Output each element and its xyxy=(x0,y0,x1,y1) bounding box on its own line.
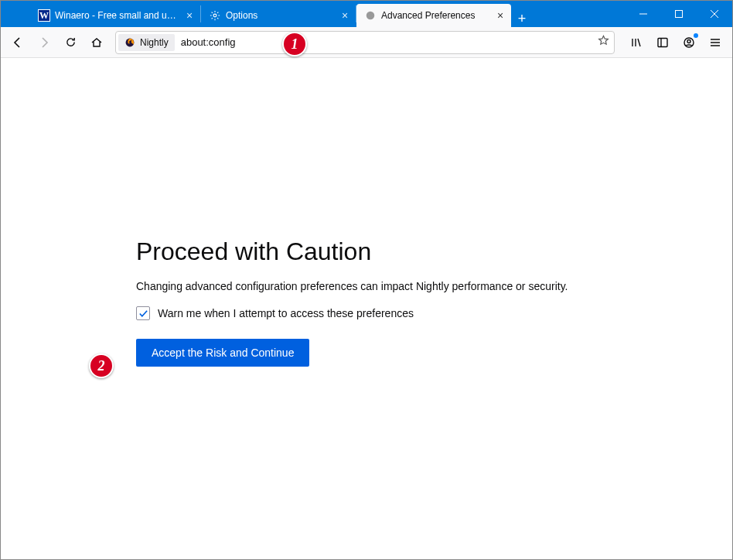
titlebar: W Winaero - Free small and usef… × Optio… xyxy=(1,1,732,27)
tab-label: Advanced Preferences xyxy=(381,10,489,21)
tab-label: Winaero - Free small and usef… xyxy=(55,10,179,21)
notification-dot-icon xyxy=(694,33,698,38)
back-button[interactable] xyxy=(5,30,30,55)
checkmark-icon xyxy=(138,309,148,319)
svg-point-6 xyxy=(687,39,690,43)
tab-winaero[interactable]: W Winaero - Free small and usef… × xyxy=(30,4,200,27)
about-config-warning: Proceed with Caution Changing advanced c… xyxy=(136,237,615,367)
accept-risk-button[interactable]: Accept the Risk and Continue xyxy=(136,339,309,367)
url-bar[interactable]: Nightly about:config xyxy=(115,31,615,54)
toolbar-right xyxy=(621,30,728,55)
winaero-favicon: W xyxy=(38,9,50,22)
firefox-brand-icon xyxy=(124,37,135,48)
close-icon[interactable]: × xyxy=(494,9,506,22)
minimize-button[interactable] xyxy=(626,1,661,27)
close-window-button[interactable] xyxy=(697,1,732,27)
firefox-page-icon xyxy=(364,9,377,22)
identity-label: Nightly xyxy=(140,37,169,48)
library-button[interactable] xyxy=(624,30,649,55)
account-button[interactable] xyxy=(677,30,701,55)
tab-advanced-preferences[interactable]: Advanced Preferences × xyxy=(356,4,511,27)
close-icon[interactable]: × xyxy=(183,9,196,22)
tab-label: Options xyxy=(226,10,334,21)
page-content: Proceed with Caution Changing advanced c… xyxy=(1,58,732,559)
warning-title: Proceed with Caution xyxy=(136,237,615,266)
url-text: about:config xyxy=(181,36,236,48)
app-menu-button[interactable] xyxy=(703,30,728,55)
warn-checkbox-label: Warn me when I attempt to access these p… xyxy=(158,307,414,319)
svg-rect-4 xyxy=(658,38,667,46)
svg-point-1 xyxy=(366,12,375,20)
warning-description: Changing advanced configuration preferen… xyxy=(136,280,615,292)
home-button[interactable] xyxy=(84,30,109,55)
reload-button[interactable] xyxy=(58,30,83,55)
sidebar-button[interactable] xyxy=(650,30,675,55)
maximize-button[interactable] xyxy=(661,1,697,27)
tab-strip: W Winaero - Free small and usef… × Optio… xyxy=(1,1,626,27)
close-icon[interactable]: × xyxy=(339,9,351,22)
svg-point-0 xyxy=(213,14,216,17)
forward-button[interactable] xyxy=(32,30,56,55)
nav-toolbar: Nightly about:config xyxy=(1,27,732,58)
bookmark-star-icon[interactable] xyxy=(598,35,609,50)
warn-checkbox[interactable] xyxy=(136,306,150,320)
svg-rect-2 xyxy=(676,11,683,18)
window-controls xyxy=(626,1,732,27)
identity-box[interactable]: Nightly xyxy=(118,34,175,51)
warn-checkbox-row[interactable]: Warn me when I attempt to access these p… xyxy=(136,306,615,320)
annotation-step-2: 2 xyxy=(89,353,114,378)
new-tab-button[interactable]: + xyxy=(511,11,533,27)
gear-icon xyxy=(209,9,221,22)
tab-options[interactable]: Options × xyxy=(201,4,356,27)
annotation-step-1: 1 xyxy=(282,32,307,56)
